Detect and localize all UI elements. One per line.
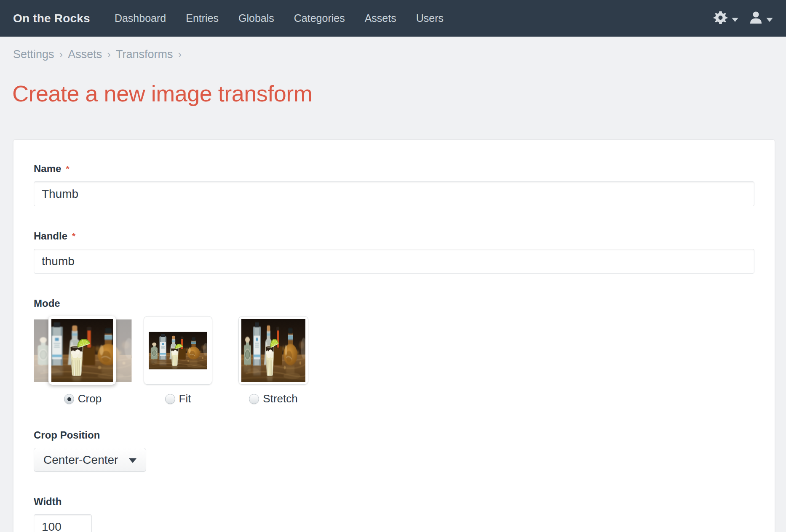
mode-radio-fit[interactable]: Fit — [165, 392, 191, 405]
transform-form-card: Name * Handle * Mode — [13, 139, 775, 532]
navbar-right-menus — [713, 10, 773, 27]
gear-icon — [713, 10, 728, 27]
name-field: Name * — [34, 163, 754, 206]
breadcrumb-assets[interactable]: Assets — [68, 48, 102, 61]
radio-button[interactable] — [249, 394, 259, 404]
width-field: Width — [34, 496, 754, 532]
settings-menu-button[interactable] — [713, 10, 738, 27]
breadcrumb-separator: › — [107, 48, 111, 61]
radio-button-selected[interactable] — [64, 394, 74, 404]
required-asterisk: * — [66, 164, 69, 174]
breadcrumb-transforms[interactable]: Transforms — [116, 48, 173, 61]
nav-item-entries[interactable]: Entries — [186, 12, 219, 24]
stretch-preview-image — [241, 319, 305, 382]
name-label: Name * — [34, 163, 754, 175]
chevron-down-icon — [129, 458, 136, 463]
crop-position-select[interactable]: Center-Center — [34, 448, 146, 472]
account-menu-button[interactable] — [749, 11, 773, 26]
handle-input[interactable] — [34, 249, 754, 274]
mode-options-row: Crop Fit Stretch — [34, 316, 754, 405]
mode-crop-thumbnail[interactable] — [34, 316, 132, 385]
site-brand[interactable]: On the Rocks — [13, 12, 90, 25]
mode-label: Mode — [34, 298, 754, 309]
nav-item-globals[interactable]: Globals — [238, 12, 274, 24]
width-input[interactable] — [34, 514, 92, 532]
nav-item-categories[interactable]: Categories — [294, 12, 345, 24]
breadcrumb: Settings › Assets › Transforms › — [13, 48, 786, 61]
crop-preview-image — [48, 316, 116, 385]
chevron-down-icon — [766, 18, 773, 22]
handle-label: Handle * — [34, 230, 754, 242]
mode-fit-thumbnail[interactable] — [144, 316, 212, 385]
top-navbar: On the Rocks Dashboard Entries Globals C… — [0, 0, 786, 37]
nav-item-dashboard[interactable]: Dashboard — [115, 12, 166, 24]
required-asterisk: * — [72, 231, 75, 241]
breadcrumb-separator: › — [178, 48, 182, 61]
mode-option-crop: Crop — [34, 316, 132, 405]
fit-preview-image — [149, 331, 207, 370]
breadcrumb-settings[interactable]: Settings — [13, 48, 54, 61]
nav-item-assets[interactable]: Assets — [365, 12, 396, 24]
nav-item-users[interactable]: Users — [416, 12, 444, 24]
mode-radio-stretch[interactable]: Stretch — [249, 392, 297, 405]
page-title: Create a new image transform — [12, 80, 786, 106]
mode-radio-crop[interactable]: Crop — [64, 392, 102, 405]
primary-nav: Dashboard Entries Globals Categories Ass… — [115, 12, 444, 24]
name-input[interactable] — [34, 181, 754, 206]
mode-option-stretch: Stretch — [238, 316, 308, 405]
crop-position-value: Center-Center — [43, 453, 118, 467]
handle-field: Handle * — [34, 230, 754, 274]
breadcrumb-separator: › — [59, 48, 63, 61]
chevron-down-icon — [732, 18, 738, 22]
mode-field: Mode Crop — [34, 298, 754, 405]
mode-stretch-thumbnail[interactable] — [238, 316, 308, 385]
width-label: Width — [34, 496, 754, 508]
crop-position-field: Crop Position Center-Center — [34, 429, 754, 472]
mode-option-fit: Fit — [144, 316, 212, 405]
radio-button[interactable] — [165, 394, 175, 404]
crop-position-label: Crop Position — [34, 429, 754, 441]
user-icon — [749, 11, 762, 26]
